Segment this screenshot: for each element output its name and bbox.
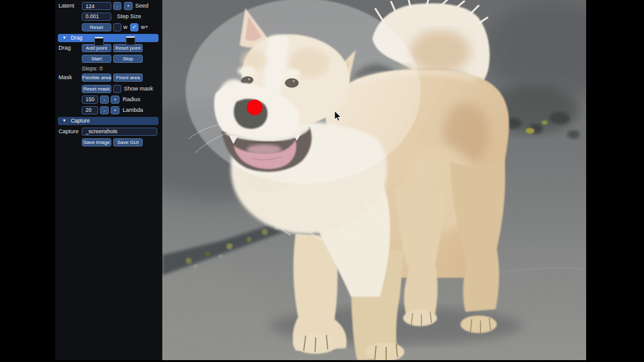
show-mask-checkbox[interactable] [113,85,121,93]
seed-label: Seed [135,2,148,10]
drag-section-header[interactable]: ▼Drag [58,34,158,42]
capture-label: Capture [58,128,79,136]
reset-latent-button[interactable]: Reset [82,23,111,31]
draggan-app-window: { "ui": { "minus": "-", "plus": "+", "co… [0,0,644,362]
w-plus-checkbox[interactable]: ✓ [130,23,138,31]
w-checkbox[interactable] [113,23,121,31]
point-marker-icon [94,37,104,46]
start-button[interactable]: Start [82,55,111,63]
fixed-area-button[interactable]: Fixed area [113,74,143,82]
steps-counter: Steps: 0 [82,65,103,73]
w-label: w [123,23,128,31]
drag-point-marker[interactable] [247,100,263,116]
capture-section-header[interactable]: ▼Capture [58,117,158,125]
lambda-increment-button[interactable]: + [111,106,119,114]
point-marker-icon [126,36,135,45]
lambda-input[interactable] [82,106,98,114]
dog-photo [162,0,586,360]
flexible-area-button[interactable]: Flexible area [82,74,111,82]
drag-label: Drag [58,44,71,52]
reset-mask-button[interactable]: Reset mask [82,85,111,93]
capture-path-input[interactable] [82,128,157,136]
latent-label: Latent [58,2,74,10]
image-canvas[interactable] [162,0,586,360]
letterbox-left [0,0,55,362]
save-gui-button[interactable]: Save GUI [113,138,143,146]
w-plus-label: w+ [141,23,148,31]
radius-label: Radius [123,96,140,104]
lambda-decrement-button[interactable]: - [100,106,109,114]
radius-decrement-button[interactable]: - [100,96,109,104]
step-size-label: Step Size [117,13,142,21]
step-size-input[interactable] [82,13,111,21]
chevron-down-icon: ▼ [62,33,66,41]
letterbox-right [586,0,644,362]
mask-label: Mask [58,74,72,82]
radius-input[interactable] [82,96,98,104]
chevron-down-icon: ▼ [62,116,66,124]
radius-increment-button[interactable]: + [111,96,119,104]
control-panel: Latent - + Seed Step Size Reset w ✓ w+ ▼… [55,0,162,362]
mask-area-overlay [186,0,421,184]
save-image-button[interactable]: Save image [82,138,111,146]
show-mask-label: Show mask [124,85,153,93]
seed-decrement-button[interactable]: - [113,2,121,10]
seed-input[interactable] [82,2,111,10]
seed-increment-button[interactable]: + [124,2,133,10]
stop-button[interactable]: Stop [113,55,143,63]
lambda-label: Lambda [123,106,143,114]
